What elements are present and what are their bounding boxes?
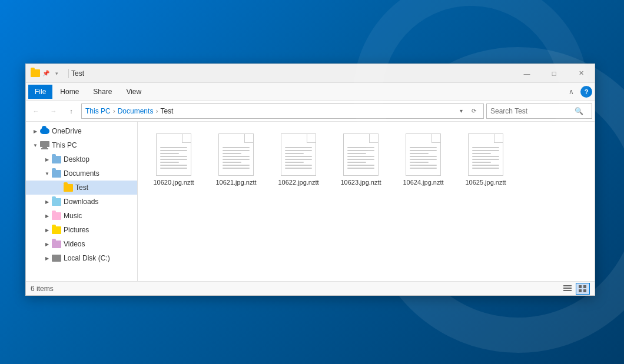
sidebar-label-downloads: Downloads [64, 198, 98, 206]
menu-share[interactable]: Share [87, 85, 118, 99]
search-input[interactable] [490, 107, 573, 115]
doc-line [285, 168, 312, 169]
sidebar-label-videos: Videos [64, 240, 85, 248]
path-sep-2: › [155, 107, 158, 115]
minimize-button[interactable]: — [513, 64, 540, 83]
doc-line [472, 150, 499, 151]
doc-corner [432, 134, 440, 142]
file-name: 10624.jpg.nztt [403, 178, 443, 186]
folder-icon-downloads [52, 197, 61, 206]
search-icon[interactable]: 🔍 [573, 105, 585, 117]
sidebar-item-videos[interactable]: ▶ Videos [26, 237, 137, 251]
svg-rect-4 [563, 288, 572, 289]
file-item[interactable]: 10621.jpg.nztt [210, 131, 263, 189]
path-arrow: ▾ ⟳ [455, 105, 480, 117]
file-item[interactable]: 10625.jpg.nztt [459, 131, 512, 189]
pc-icon [40, 141, 49, 150]
menu-chevron: ∧ ? [564, 85, 592, 99]
file-item[interactable]: 10622.jpg.nztt [272, 131, 325, 189]
expand-arrow-thispc: ▼ [31, 141, 40, 150]
titlebar: 📌 ▾ Test — □ ✕ [26, 64, 595, 83]
doc-line [285, 153, 304, 154]
menu-file[interactable]: File [28, 85, 52, 99]
sidebar-scroll[interactable]: ▶ OneDrive ▼ This PC ▶ Desktop [26, 122, 137, 281]
sidebar-item-this-pc[interactable]: ▼ This PC [26, 138, 137, 152]
doc-line [160, 147, 187, 148]
view-large-icons-button[interactable] [576, 283, 590, 295]
sidebar-item-documents[interactable]: ▼ Documents [26, 166, 137, 181]
folder-icon-documents [52, 169, 61, 178]
close-button[interactable]: ✕ [567, 64, 595, 83]
file-icon [468, 133, 503, 176]
doc-line [223, 162, 241, 163]
file-item[interactable]: 10623.jpg.nztt [334, 131, 387, 189]
doc-line [410, 150, 437, 151]
file-icon [343, 133, 379, 176]
doc-lines [221, 147, 251, 169]
path-this-pc[interactable]: This PC [85, 107, 111, 115]
sidebar-item-music[interactable]: ▶ Music [26, 209, 137, 223]
back-button[interactable]: ← [28, 103, 44, 119]
doc-line [285, 150, 312, 151]
ribbon-toggle-button[interactable]: ∧ [564, 85, 578, 99]
doc-line [472, 168, 499, 169]
sidebar-item-desktop[interactable]: ▶ Desktop [26, 152, 137, 166]
forward-button[interactable]: → [46, 103, 61, 119]
file-icon [281, 133, 316, 176]
sidebar-item-local-disk[interactable]: ▶ Local Disk (C:) [26, 251, 137, 265]
file-item[interactable]: 10620.jpg.nztt [147, 131, 200, 189]
up-button[interactable]: ↑ [64, 103, 79, 119]
file-name: 10622.jpg.nztt [278, 178, 318, 186]
sidebar-item-test[interactable]: Test [26, 181, 137, 195]
doc-line [160, 156, 187, 157]
sidebar-item-pictures[interactable]: ▶ Pictures [26, 223, 137, 237]
path-sep-1: › [113, 107, 115, 115]
menu-view[interactable]: View [120, 85, 148, 99]
search-box[interactable]: 🔍 [486, 103, 592, 119]
window-title: Test [71, 69, 513, 78]
expand-arrow: ▶ [31, 126, 40, 136]
view-details-button[interactable] [560, 283, 575, 295]
doc-line [410, 156, 437, 157]
menubar: File Home Share View ∧ ? [26, 83, 595, 101]
path-dropdown-button[interactable]: ▾ [455, 105, 467, 117]
path-refresh-button[interactable]: ⟳ [468, 105, 480, 117]
folder-icon-test [64, 183, 73, 192]
sidebar-label-this-pc: This PC [52, 141, 77, 149]
doc-line [223, 165, 250, 166]
svg-rect-8 [579, 289, 582, 292]
file-item[interactable]: 10624.jpg.nztt [397, 131, 450, 189]
doc-lines [284, 147, 313, 169]
doc-line [285, 156, 312, 157]
svg-rect-6 [579, 285, 582, 288]
menu-home[interactable]: Home [54, 85, 85, 99]
titlebar-icons: 📌 ▾ [31, 69, 61, 78]
doc-line [223, 153, 241, 154]
file-icon [218, 133, 254, 176]
address-path[interactable]: This PC › Documents › Test ▾ ⟳ [81, 103, 484, 119]
doc-line [223, 159, 250, 160]
sidebar-label-local-disk: Local Disk (C:) [64, 254, 110, 262]
main-content: ▶ OneDrive ▼ This PC ▶ Desktop [26, 122, 595, 281]
folder-icon-pictures [52, 225, 61, 235]
sidebar: ▶ OneDrive ▼ This PC ▶ Desktop [26, 122, 138, 281]
doc-line [472, 156, 499, 157]
doc-line [410, 162, 429, 163]
expand-arrow-test [54, 183, 64, 192]
folder-icon-title [31, 69, 40, 78]
help-button[interactable]: ? [580, 86, 592, 98]
sidebar-item-downloads[interactable]: ▶ Downloads [26, 195, 137, 209]
doc-line [223, 168, 250, 169]
maximize-button[interactable]: □ [540, 64, 567, 83]
sidebar-item-onedrive[interactable]: ▶ OneDrive [26, 124, 137, 138]
view-buttons [560, 283, 590, 295]
doc-line [160, 150, 187, 151]
doc-line [347, 168, 374, 169]
folder-icon-music [52, 211, 61, 221]
doc-line [223, 150, 250, 151]
sidebar-label-music: Music [64, 212, 82, 220]
expand-arrow-pictures: ▶ [42, 225, 52, 235]
file-name: 10620.jpg.nztt [153, 178, 194, 186]
path-documents[interactable]: Documents [118, 107, 154, 115]
path-test: Test [160, 107, 173, 115]
